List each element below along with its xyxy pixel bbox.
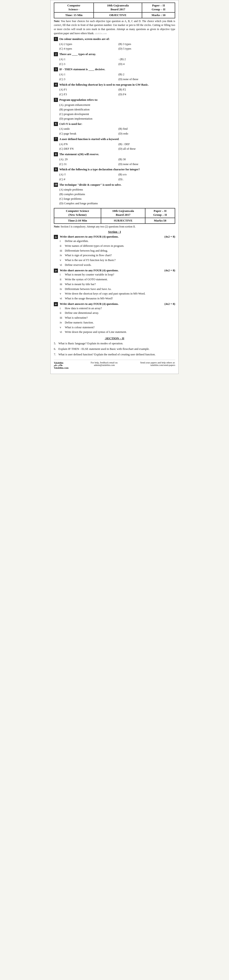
page-wrapper: ComputerScience · 10th GujranwalaBoard 2… xyxy=(51,0,178,374)
q4-options: (A) F1 (B) F2 (C) F3 (D) F4 xyxy=(59,87,175,97)
section2-title: .SECTION – II xyxy=(54,337,175,340)
footer-logo-block: Talabilm طالب علم Talabilm.com xyxy=(54,361,68,369)
objective-note: Note: You have four choices for each obj… xyxy=(54,19,175,36)
question-4: 4 Which of the following shortcut key is… xyxy=(54,83,175,97)
q1-text: On colour monitors, screen modes are of: xyxy=(59,37,175,41)
subj-q3-marks: (4x2 = 8) xyxy=(164,268,175,273)
subjective-note: Note: Section I is compulsory. Attempt a… xyxy=(54,225,175,229)
header-time: Time: 15 Min xyxy=(54,13,94,18)
question-1: 1 On colour monitors, screen modes are o… xyxy=(54,37,175,51)
footer: Talabilm طالب علم Talabilm.com For help,… xyxy=(54,360,175,369)
subj-question-2: 2a Write short answers to any FOUR (4) q… xyxy=(54,235,175,267)
subj-header-marks: Marks:58 xyxy=(145,218,175,224)
q-num-box-8: 8 xyxy=(54,152,58,156)
q-num-box-6: 6 xyxy=(54,122,58,126)
q6-text: Ctrl+Y is used for: xyxy=(59,122,175,126)
footer-logo: Talabilm طالب علم Talabilm.com xyxy=(54,361,68,369)
subj-q2-marks: (4x2 = 8) xyxy=(164,235,175,239)
section2-q5: 5. What is Basic language? Explain its m… xyxy=(54,341,175,346)
subj-header-time: Time:2:10 Min xyxy=(54,218,101,224)
question-5: 5 Program upgradation refers to: (A). pr… xyxy=(54,98,175,121)
q-num-box-2: 2 xyxy=(54,52,58,56)
objective-header-table: ComputerScience · 10th GujranwalaBoard 2… xyxy=(54,3,175,18)
footer-logo-url: Talabilm.com xyxy=(54,366,68,369)
question-10: 10 The technique "divide & conquer" is u… xyxy=(54,183,175,206)
q10-text: The technique "divide & conquer" is used… xyxy=(59,183,175,187)
subj-q4-text: Write short answers to any FOUR (4) ques… xyxy=(60,302,175,306)
q7-options: (A) FN (B) : DEF (C) DEF FN (D) all of t… xyxy=(59,142,175,151)
header-board: 10th GujranwalaBoard 2017 xyxy=(94,3,142,13)
subj-q3-items: iWhat is meant by counter variable in lo… xyxy=(60,272,175,301)
q6-options: (A) undo (B) find (C) page break (D) red… xyxy=(59,126,175,136)
q3-options: (A) 1 (B) 2 (C) 3 (D) none of these xyxy=(59,72,175,82)
question-9: 9 Which of the following is a type decla… xyxy=(54,167,175,181)
q5-text: Program upgradation refers to: xyxy=(59,98,175,102)
footer-mid: For help, feedback email us: admin@talab… xyxy=(91,361,118,366)
subj-q-num-box-2: 2a xyxy=(54,235,58,239)
subj-header-board: 10th GujranwalaBoard 2017 xyxy=(101,208,145,218)
q3-text: IF - THEN statement is ____ decisive. xyxy=(59,67,175,72)
subj-header-type: SUBJECTIVE xyxy=(101,218,145,224)
subj-q-num-box-4: 4a xyxy=(54,302,58,306)
q1-options: (A) 2 types (B) 3 types (C) 4 types (D) … xyxy=(59,42,175,51)
q2-text: There are ____ types of array. xyxy=(59,52,175,56)
footer-send-url: talabilm.com/send-papers xyxy=(140,364,175,366)
q8-options: (A). 29 (B) 30 (C) 31 (D) none of these xyxy=(59,157,175,167)
question-2: 2 There are ____ types of array. (A) 1 ·… xyxy=(54,52,175,66)
footer-email: admin@talabilm.com xyxy=(91,364,118,366)
q2-options: (A) 1 · (B) 2 (C) 3 (D) 4 xyxy=(59,57,175,67)
subj-question-3: 3a Write short answers to any FOUR (4) q… xyxy=(54,268,175,301)
footer-right: Send your papers and help others at: tal… xyxy=(140,361,175,366)
question-3: 3 IF - THEN statement is ____ decisive. … xyxy=(54,67,175,81)
question-6: 6 Ctrl+Y is used for: (A) undo (B) find … xyxy=(54,122,175,136)
q5-options: (A). program enhancement (B) program ide… xyxy=(59,103,175,121)
subjective-header-table: Computer Science(New Scheme) 10th Gujran… xyxy=(54,208,175,224)
q-num-box-7: 7 xyxy=(54,137,58,141)
footer-help-text: For help, feedback email us: xyxy=(91,361,118,364)
q-num-box-4: 4 xyxy=(54,83,58,87)
subj-header-paper: Paper – IIGroup – II xyxy=(145,208,175,218)
subj-q3-text: Write short answers to any FOUR (4) ques… xyxy=(60,268,175,273)
header-paper: Paper – IIGroup – II xyxy=(142,3,175,13)
footer-send-text: Send your papers and help others at: xyxy=(140,361,175,364)
subj-q4-marks: (4x2 = 8) xyxy=(164,302,175,306)
header-marks: Marks : 10 xyxy=(142,13,175,18)
q8-text: The statement x(30) will reserve. xyxy=(59,152,175,157)
subj-header-subject: Computer Science(New Scheme) xyxy=(54,208,101,218)
q9-text: Which of the following is a type declara… xyxy=(59,167,175,172)
section1-title: Section - I xyxy=(54,230,175,234)
q4-text: Which of the following shortcut key is u… xyxy=(59,83,175,87)
q-num-box-5: 5 xyxy=(54,98,58,102)
q-num-box-3: 3 xyxy=(54,67,58,72)
question-7: 7 A user defined function is started wit… xyxy=(54,137,175,151)
section2-q6: 6. Explain IF-THEN - ELSE statement used… xyxy=(54,347,175,351)
subj-question-4: 4a Write short answers to any FOUR (4) q… xyxy=(54,302,175,335)
footer-urdu: طالب علم xyxy=(54,364,68,366)
subj-q2-text: Write short answers to any FOUR (4) ques… xyxy=(60,235,175,239)
question-8: 8 The statement x(30) will reserve. (A).… xyxy=(54,152,175,166)
section2-q7: 7. What is user defined function? Explai… xyxy=(54,352,175,357)
subj-q-num-box-3: 3a xyxy=(54,269,58,273)
q10-options: (A) simple problems (B) complex problams… xyxy=(59,187,175,206)
header-subject: ComputerScience · xyxy=(54,3,94,13)
q-num-box-1: 1 xyxy=(54,37,58,41)
q-num-box-9: 9 xyxy=(54,167,58,172)
subj-q2-items: iDefine an algorithm. iiWrite names of d… xyxy=(60,239,175,267)
header-type: OBJECTIVE xyxy=(94,13,142,18)
q9-options: (A) !! (B) o/o (C) # (D) . xyxy=(59,172,175,182)
subj-q4-items: iHow data is entered in an array? iiDefi… xyxy=(60,306,175,334)
q7-text: A user defined function is started with … xyxy=(59,137,175,142)
q-num-box-10: 10 xyxy=(54,183,58,187)
